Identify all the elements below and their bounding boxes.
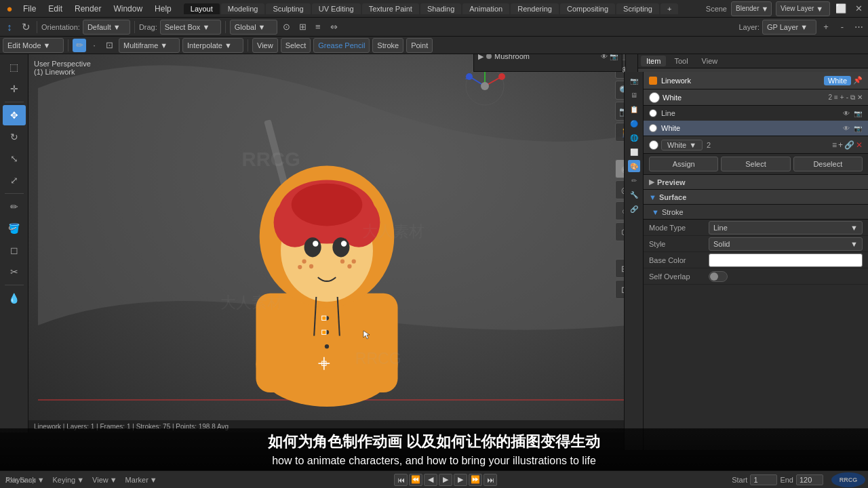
menu-help[interactable]: Help (149, 3, 177, 15)
surface-section-header[interactable]: ▼ Surface (644, 190, 868, 205)
self-overlap-toggle[interactable] (709, 271, 728, 282)
pivot-dropdown[interactable]: Global▼ (230, 20, 277, 35)
close-icon[interactable]: ✕ (852, 2, 865, 16)
rotate-icon[interactable]: ↻ (19, 20, 33, 34)
menu-window[interactable]: Window (108, 3, 148, 15)
layer-add-icon[interactable]: + (819, 20, 833, 34)
mat-line-render-icon[interactable]: 📷 (853, 108, 863, 118)
tool-select-box[interactable]: ⬚ (3, 57, 26, 77)
close-mat-icon[interactable]: ✕ (857, 94, 863, 101)
scene-props-icon[interactable]: 🔵 (628, 117, 640, 129)
grease-pencil-btn[interactable]: Grease Pencil (313, 38, 370, 53)
marker-menu[interactable]: Marker ▼ (123, 475, 160, 485)
color-swatch-white[interactable] (709, 253, 863, 267)
view-layer-selector[interactable]: View Layer▼ (776, 1, 830, 16)
tool-draw[interactable]: ✏ (3, 197, 26, 217)
interpolate-dropdown[interactable]: Interpolate▼ (182, 38, 243, 53)
tab-modeling[interactable]: Modeling (221, 3, 265, 14)
prev-keyframe-btn[interactable]: ◀ (424, 474, 437, 486)
edit-mode-dropdown[interactable]: Edit Mode▼ (3, 38, 64, 53)
pin-icon[interactable]: 📌 (853, 76, 863, 85)
modifier-props-icon[interactable]: 🔧 (628, 188, 640, 201)
icon-gpencil-stroke[interactable]: ✏ (73, 39, 86, 52)
tool-fill[interactable]: 🪣 (3, 218, 26, 239)
tab-shading[interactable]: Shading (420, 3, 461, 14)
icon-gpencil-both[interactable]: ⊡ (102, 39, 116, 52)
end-frame-input[interactable] (796, 474, 823, 485)
point-btn[interactable]: Point (406, 38, 433, 53)
select-btn[interactable]: Select (281, 38, 311, 53)
fullscreen-icon[interactable]: ⬜ (834, 2, 848, 16)
drag-dropdown[interactable]: Select Box▼ (160, 20, 221, 35)
blender-logo[interactable]: ● (3, 2, 16, 16)
stroke-btn[interactable]: Stroke (372, 38, 403, 53)
tab-scripting[interactable]: Scripting (616, 3, 659, 14)
menu-file[interactable]: File (18, 3, 41, 15)
add-mat-icon[interactable]: + (840, 94, 844, 101)
output-props-icon[interactable]: 🖥 (628, 89, 640, 101)
object-props-icon[interactable]: ⬜ (628, 146, 640, 158)
active-mat-dropdown[interactable]: White▼ (661, 140, 703, 150)
tab-texture-paint[interactable]: Texture Paint (362, 3, 419, 14)
mat-white-render-icon[interactable]: 📷 (853, 123, 863, 133)
tab-rendering[interactable]: Rendering (511, 3, 559, 14)
next-keyframe-btn[interactable]: ▶ (454, 474, 467, 486)
tab-view[interactable]: View (696, 56, 724, 66)
tool-cursor[interactable]: ✛ (3, 79, 26, 99)
mat-link-icon[interactable]: 🔗 (844, 140, 854, 150)
layer-options-icon[interactable]: ⋯ (852, 20, 865, 34)
material-props-icon[interactable]: 🎨 (628, 160, 640, 172)
tab-layout[interactable]: Layout (184, 3, 220, 14)
tool-rotate[interactable]: ↻ (3, 127, 26, 147)
icon-gpencil-point[interactable]: · (87, 39, 101, 52)
tab-add[interactable]: + (660, 3, 678, 14)
style-dropdown[interactable]: Solid▼ (709, 237, 863, 251)
view-layer-props-icon[interactable]: 📋 (628, 103, 640, 115)
tab-compositing[interactable]: Compositing (560, 3, 615, 14)
mat-add-icon[interactable]: + (838, 140, 843, 150)
material-item-white[interactable]: White 👁 📷 (644, 121, 868, 136)
menu-edit[interactable]: Edit (43, 3, 68, 15)
tab-uv-editing[interactable]: UV Editing (312, 3, 361, 14)
tool-transform[interactable]: ⤢ (3, 170, 26, 190)
mode-type-dropdown[interactable]: Line▼ (709, 221, 863, 235)
snap-options[interactable]: ≡ (311, 20, 325, 34)
proportional-icon[interactable]: ⊙ (280, 20, 294, 34)
mat-line-eye-icon[interactable]: 👁 (842, 108, 851, 118)
prev-frame-btn[interactable]: ⏪ (409, 474, 422, 486)
view-btn[interactable]: View (252, 38, 278, 53)
copy-mat-icon[interactable]: ⧉ (850, 94, 855, 102)
play-btn[interactable]: ▶ (439, 474, 452, 486)
view-menu[interactable]: View ▼ (90, 475, 120, 485)
viewport[interactable]: RRCG 大人素材 大人素材 RRCG User Perspective (1)… (28, 54, 637, 432)
jump-end-btn[interactable]: ⏭ (484, 474, 497, 486)
layer-dropdown[interactable]: GP Layer▼ (762, 20, 816, 35)
preview-section-header[interactable]: ▶ Preview (644, 175, 868, 190)
tab-animation[interactable]: Animation (462, 3, 509, 14)
mat-browse-icon[interactable]: ≡ (832, 140, 837, 150)
tool-cut[interactable]: ✂ (3, 262, 26, 282)
world-props-icon[interactable]: 🌐 (628, 131, 640, 144)
assign-btn[interactable]: Assign (649, 157, 718, 171)
multiframe-dropdown[interactable]: Multiframe▼ (119, 38, 180, 53)
keying-menu[interactable]: Keying ▼ (50, 475, 87, 485)
transform-icon[interactable]: ↕ (3, 20, 16, 34)
tool-erase[interactable]: ◻ (3, 240, 26, 260)
stroke-sub-header[interactable]: ▼ Stroke (644, 205, 868, 220)
deselect-mat-btn[interactable]: Deselect (793, 157, 863, 171)
props-object-data-btn[interactable]: White (824, 76, 851, 85)
tab-tool[interactable]: Tool (669, 56, 693, 66)
next-frame-btn[interactable]: ⏩ (469, 474, 482, 486)
mat-unlink-icon[interactable]: ✕ (856, 140, 863, 150)
mirror-icon[interactable]: ⇔ (328, 20, 341, 34)
menu-render[interactable]: Render (69, 3, 106, 15)
tool-eyedropper[interactable]: 💧 (3, 288, 26, 308)
snap-toggle[interactable]: ⊞ (296, 20, 310, 34)
constraint-props-icon[interactable]: 🔗 (628, 203, 640, 215)
start-frame-input[interactable] (750, 474, 777, 485)
material-item-line[interactable]: Line 👁 📷 (644, 106, 868, 121)
browse-mat-icon[interactable]: ≡ (834, 94, 838, 101)
orientation-dropdown[interactable]: Default▼ (83, 20, 130, 35)
select-mat-btn[interactable]: Select (721, 157, 790, 171)
scene-selector[interactable]: Blender▼ (731, 1, 772, 16)
